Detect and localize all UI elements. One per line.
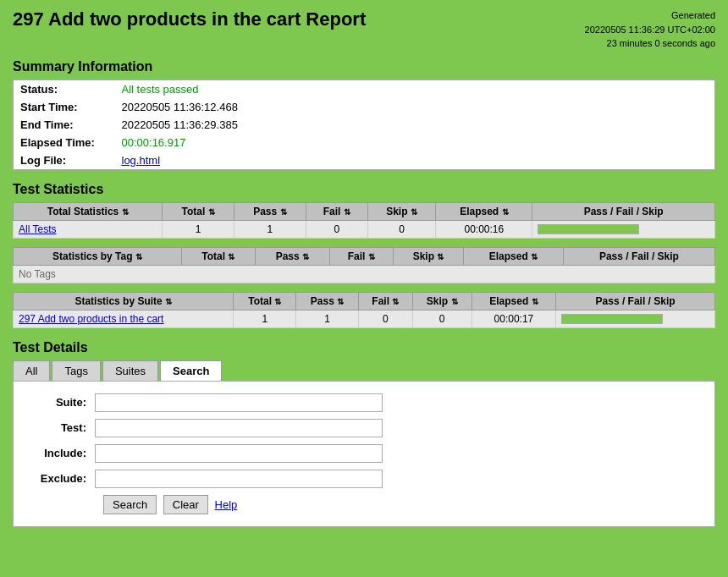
- suite-stats-total-header[interactable]: Total ⇅: [234, 292, 296, 310]
- log-label: Log File:: [14, 151, 115, 170]
- summary-start-row: Start Time: 20220505 11:36:12.468: [14, 98, 715, 116]
- test-statistics-heading: Test Statistics: [13, 182, 715, 197]
- total-stats-total-header[interactable]: Total ⇅: [163, 202, 234, 220]
- suite-stats-bar-header: Pass / Fail / Skip: [556, 292, 715, 310]
- tag-stats-elapsed-header[interactable]: Elapsed ⇅: [464, 247, 564, 265]
- all-tests-name[interactable]: All Tests: [14, 220, 163, 238]
- tab-suites[interactable]: Suites: [102, 360, 158, 381]
- search-panel: Suite: Test: Include: Exclude: Search Cl…: [13, 381, 715, 527]
- tag-stats-pass-header[interactable]: Pass ⇅: [256, 247, 330, 265]
- start-value: 20220505 11:36:12.468: [115, 98, 715, 116]
- generated-datetime: 20220505 11:36:29 UTC+02:00: [585, 25, 715, 35]
- tag-statistics-table: Statistics by Tag ⇅ Total ⇅ Pass ⇅ Fail …: [13, 247, 715, 283]
- total-stats-name-header[interactable]: Total Statistics ⇅: [14, 202, 163, 220]
- exclude-search-row: Exclude:: [27, 470, 701, 488]
- suite-stats-pass-header[interactable]: Pass ⇅: [296, 292, 359, 310]
- all-tests-skip: 0: [367, 220, 436, 238]
- tag-stats-skip-header[interactable]: Skip ⇅: [393, 247, 463, 265]
- all-tests-elapsed: 00:00:16: [436, 220, 532, 238]
- suite-pass: 1: [296, 310, 359, 327]
- page-header: 297 Add two products in the cart Report …: [13, 8, 715, 51]
- end-value: 20220505 11:36:29.385: [115, 116, 715, 134]
- include-search-input[interactable]: [95, 444, 383, 463]
- suite-total: 1: [234, 310, 296, 327]
- tag-stats-bar-header: Pass / Fail / Skip: [563, 247, 714, 265]
- test-details-heading: Test Details: [13, 340, 715, 355]
- test-search-row: Test:: [27, 419, 701, 437]
- search-actions: Search Clear Help: [103, 495, 701, 514]
- suite-search-input[interactable]: [95, 393, 383, 412]
- exclude-search-label: Exclude:: [27, 472, 95, 485]
- total-stats-bar-header: Pass / Fail / Skip: [532, 202, 715, 220]
- suite-search-row: Suite:: [27, 393, 701, 412]
- status-value: All tests passed: [115, 80, 715, 98]
- search-button[interactable]: Search: [103, 495, 157, 514]
- no-tags-label: No Tags: [14, 265, 715, 283]
- all-tests-row: All Tests 1 1 0 0 00:00:16: [14, 220, 715, 238]
- all-tests-fail: 0: [306, 220, 367, 238]
- summary-end-row: End Time: 20220505 11:36:29.385: [14, 116, 715, 134]
- end-label: End Time:: [14, 116, 115, 134]
- test-search-input[interactable]: [95, 419, 383, 437]
- total-stats-elapsed-header[interactable]: Elapsed ⇅: [436, 202, 532, 220]
- summary-log-row: Log File: log.html: [14, 151, 715, 170]
- tag-stats-header-row: Statistics by Tag ⇅ Total ⇅ Pass ⇅ Fail …: [14, 247, 715, 265]
- page-title: 297 Add two products in the cart Report: [13, 8, 366, 30]
- suite-stats-fail-header[interactable]: Fail ⇅: [359, 292, 413, 310]
- total-statistics-table: Total Statistics ⇅ Total ⇅ Pass ⇅ Fail ⇅…: [13, 202, 715, 239]
- log-value[interactable]: log.html: [115, 151, 715, 170]
- suite-search-label: Suite:: [27, 396, 95, 409]
- tabs-row: All Tags Suites Search: [13, 360, 715, 381]
- all-tests-bar: [532, 220, 715, 238]
- suite-elapsed: 00:00:17: [472, 310, 555, 327]
- tag-stats-name-header[interactable]: Statistics by Tag ⇅: [14, 247, 182, 265]
- summary-status-row: Status: All tests passed: [14, 80, 715, 98]
- no-tags-row: No Tags: [14, 265, 715, 283]
- suite-skip: 0: [412, 310, 472, 327]
- generated-label: Generated: [671, 10, 715, 20]
- tab-all[interactable]: All: [13, 360, 50, 381]
- test-search-label: Test:: [27, 421, 95, 434]
- include-search-label: Include:: [27, 447, 95, 459]
- tab-tags[interactable]: Tags: [52, 360, 100, 381]
- log-link[interactable]: log.html: [122, 154, 161, 167]
- total-stats-pass-header[interactable]: Pass ⇅: [234, 202, 306, 220]
- all-tests-pass: 1: [234, 220, 306, 238]
- elapsed-label: Elapsed Time:: [14, 134, 115, 151]
- suite-bar: [556, 310, 715, 327]
- help-link[interactable]: Help: [215, 498, 238, 511]
- total-stats-header-row: Total Statistics ⇅ Total ⇅ Pass ⇅ Fail ⇅…: [14, 202, 715, 220]
- test-details-section: Test Details All Tags Suites Search Suit…: [13, 340, 715, 527]
- start-label: Start Time:: [14, 98, 115, 116]
- summary-elapsed-row: Elapsed Time: 00:00:16.917: [14, 134, 715, 151]
- generated-ago: 23 minutes 0 seconds ago: [607, 38, 715, 48]
- suite-row: 297 Add two products in the cart 1 1 0 0…: [14, 310, 715, 327]
- total-stats-skip-header[interactable]: Skip ⇅: [367, 202, 436, 220]
- clear-button[interactable]: Clear: [163, 495, 208, 514]
- suite-statistics-table: Statistics by Suite ⇅ Total ⇅ Pass ⇅ Fai…: [13, 292, 715, 328]
- suite-stats-name-header[interactable]: Statistics by Suite ⇅: [14, 292, 234, 310]
- summary-table: Status: All tests passed Start Time: 202…: [13, 80, 715, 170]
- total-stats-fail-header[interactable]: Fail ⇅: [306, 202, 367, 220]
- tag-stats-total-header[interactable]: Total ⇅: [181, 247, 255, 265]
- suite-stats-header-row: Statistics by Suite ⇅ Total ⇅ Pass ⇅ Fai…: [14, 292, 715, 310]
- summary-heading: Summary Information: [13, 59, 715, 74]
- tab-search[interactable]: Search: [160, 360, 222, 381]
- suite-name[interactable]: 297 Add two products in the cart: [14, 310, 234, 327]
- include-search-row: Include:: [27, 444, 701, 463]
- summary-section: Summary Information Status: All tests pa…: [13, 59, 715, 170]
- suite-stats-elapsed-header[interactable]: Elapsed ⇅: [472, 292, 555, 310]
- tag-stats-fail-header[interactable]: Fail ⇅: [329, 247, 393, 265]
- suite-stats-skip-header[interactable]: Skip ⇅: [412, 292, 472, 310]
- suite-fail: 0: [359, 310, 413, 327]
- exclude-search-input[interactable]: [95, 470, 383, 488]
- all-tests-total: 1: [163, 220, 234, 238]
- generated-info: Generated 20220505 11:36:29 UTC+02:00 23…: [585, 8, 715, 51]
- test-statistics-section: Test Statistics Total Statistics ⇅ Total…: [13, 182, 715, 328]
- elapsed-value: 00:00:16.917: [115, 134, 715, 151]
- status-label: Status:: [14, 80, 115, 98]
